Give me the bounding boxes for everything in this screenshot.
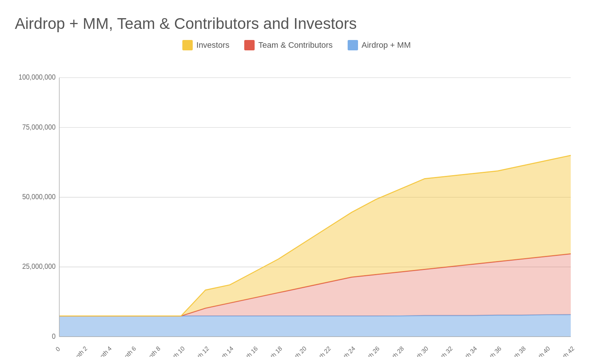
x-label-m6: Month 6 [117,345,138,357]
chart-title: Airdrop + MM, Team & Contributors and In… [15,15,578,33]
x-label-m18: Month 18 [261,345,284,357]
x-label-m10: Month 10 [164,345,186,357]
x-label-m42: Month 42 [553,345,576,357]
y-label-0: 0 [52,332,56,340]
legend-label-airdrop: Airdrop + MM [362,40,411,50]
x-label-m14: Month 14 [212,345,235,357]
y-label-25m: 25,000,000 [22,263,56,271]
legend-label-team: Team & Contributors [258,40,333,50]
y-label-50m: 50,000,000 [22,193,56,201]
x-label-m26: Month 26 [359,345,381,357]
x-label-m40: Month 40 [529,345,551,357]
chart-container: Airdrop + MM, Team & Contributors and In… [0,0,593,364]
y-label-75m: 75,000,000 [22,123,56,131]
x-label-m38: Month 38 [505,345,527,357]
x-label-m20: Month 20 [285,345,308,357]
x-label-m32: Month 32 [432,345,454,357]
legend-color-investors [182,40,193,50]
x-label-m36: Month 36 [480,345,503,357]
x-label-m4: Month 4 [93,345,113,357]
legend-color-airdrop [348,40,358,50]
y-label-100m: 100,000,000 [19,73,56,81]
legend-label-investors: Investors [196,40,229,50]
x-label-m34: Month 34 [456,345,478,357]
main-chart-svg: 0 25,000,000 50,000,000 75,000,000 100,0… [15,58,578,357]
x-label-m16: Month 16 [237,345,259,357]
x-label-m24: Month 24 [334,345,357,357]
x-label-m22: Month 22 [310,345,332,357]
x-label-0: 0 [54,345,62,353]
x-label-m2: Month 2 [69,345,89,357]
legend-item-investors: Investors [182,40,229,50]
chart-area: 0 25,000,000 50,000,000 75,000,000 100,0… [15,58,578,357]
legend: Investors Team & Contributors Airdrop + … [15,40,578,50]
x-label-m8: Month 8 [142,345,162,357]
x-label-m12: Month 12 [188,345,211,357]
x-label-m30: Month 30 [407,345,430,357]
legend-item-team: Team & Contributors [244,40,333,50]
x-label-m28: Month 28 [383,345,405,357]
airdrop-fill [59,315,571,337]
legend-item-airdrop: Airdrop + MM [348,40,411,50]
legend-color-team [244,40,255,50]
